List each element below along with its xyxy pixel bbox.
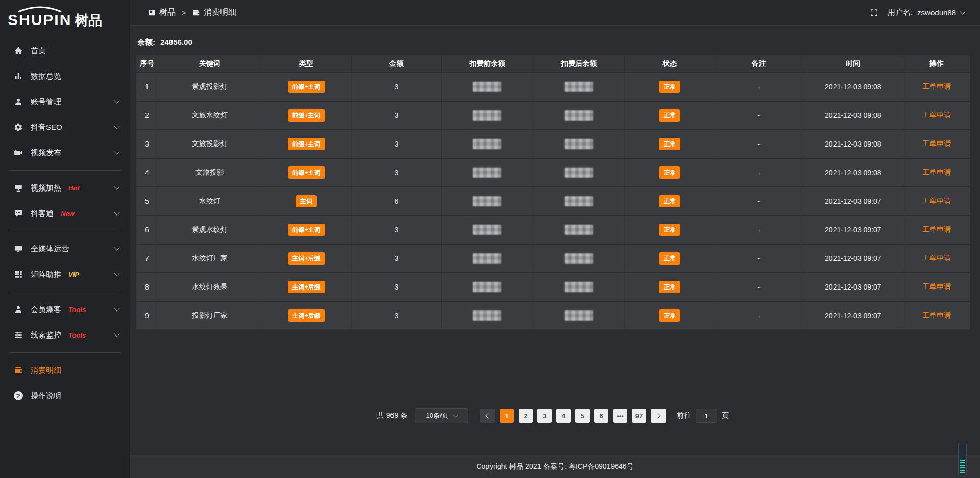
ticket-apply-link[interactable]: 工单申请 [922,111,951,119]
breadcrumb-root[interactable]: 树品 [159,7,176,18]
balance-before-cell [442,301,533,330]
status-badge: 正常 [659,281,680,293]
type-cell: 主词 [261,187,351,216]
sidebar-item-label: 会员爆客 [31,305,61,315]
table-row: 3 文旅投影灯 前缀+主词 3 正常 - 2021-12-03 09:08 工单… [136,130,970,158]
sidebar-item-data-overview[interactable]: 数据总览 [0,63,130,89]
next-page-button[interactable] [651,409,666,423]
prev-page-button[interactable] [480,409,495,423]
remark-cell: - [715,73,803,101]
brand-logo: SHUPIN树品 [0,4,130,34]
chevron-down-icon [114,270,119,276]
remark-cell: - [715,301,803,330]
page-size-value: 10条/页 [426,411,449,420]
ticket-apply-link[interactable]: 工单申请 [922,168,951,176]
col-status: 状态 [625,55,715,73]
hot-badge: Hot [68,184,80,192]
page-button[interactable]: 5 [575,409,590,423]
sidebar-item-all-media[interactable]: 全媒体运营 [0,236,130,261]
sidebar-item-matrix-boost[interactable]: 矩阵助推 VIP [0,261,130,287]
sidebar-item-lead-monitor[interactable]: 线索监控 Tools [0,322,130,348]
masked-value [473,139,501,149]
status-badge: 正常 [659,309,680,322]
action-cell: 工单申请 [903,130,970,158]
sidebar-item-doukertong[interactable]: 抖客通 New [0,201,130,226]
action-cell: 工单申请 [903,273,970,301]
time-cell: 2021-12-03 09:08 [803,101,903,130]
sidebar-item-label: 数据总览 [31,71,61,81]
status-cell: 正常 [625,130,715,158]
amount-cell: 3 [351,244,441,273]
page-button[interactable]: 1 [500,409,514,423]
goto-label: 前往 [677,411,691,420]
sidebar-item-home[interactable]: 首页 [0,38,130,63]
ticket-apply-link[interactable]: 工单申请 [922,82,951,90]
page-button[interactable]: 4 [556,409,571,423]
sidebar-item-label: 矩阵助推 [31,270,61,279]
sidebar-item-douyin-seo[interactable]: 抖音SEO [0,114,130,140]
page-button[interactable]: 6 [594,409,608,423]
ticket-apply-link[interactable]: 工单申请 [922,254,951,262]
masked-value [565,225,593,235]
table-row: 2 文旅水纹灯 前缀+主词 3 正常 - 2021-12-03 09:08 工单… [136,101,970,130]
pagination: 共 969 条 10条/页 1 2 3 4 5 6 ••• 97 前往 页 [136,408,970,423]
page-button[interactable]: 3 [537,409,552,423]
dashboard-icon [148,9,156,16]
status-cell: 正常 [625,101,715,130]
time-cell: 2021-12-03 09:07 [803,216,903,244]
index-cell: 5 [136,187,158,216]
user-dropdown[interactable]: 用户名: zswodun88 [888,8,965,17]
ticket-apply-link[interactable]: 工单申请 [922,197,951,205]
type-cell: 主词+后缀 [261,244,351,273]
status-badge: 正常 [659,138,680,150]
sidebar-item-label: 抖音SEO [31,123,62,132]
sidebar-item-account-management[interactable]: 账号管理 [0,89,130,114]
gear-icon [13,123,23,132]
ticket-apply-link[interactable]: 工单申请 [922,282,951,291]
sidebar-item-video-publish[interactable]: 视频发布 [0,140,130,165]
balance-after-cell [533,158,625,187]
time-cell: 2021-12-03 09:07 [803,244,903,273]
status-cell: 正常 [625,216,715,244]
goto-page-input[interactable] [696,409,717,423]
type-cell: 主词+后缀 [261,301,351,330]
action-cell: 工单申请 [903,216,970,244]
balance-after-cell [533,73,625,101]
more-pages-button[interactable]: ••• [613,409,627,423]
balance-label: 余额: [137,38,155,46]
sidebar-item-member-baoke[interactable]: 会员爆客 Tools [0,297,130,322]
type-cell: 主词+后缀 [261,273,351,301]
user-label: 用户名: [888,8,913,17]
sidebar-item-consume-detail[interactable]: 消费明细 [0,357,130,383]
brand-name-cn: 树品 [75,13,102,28]
vip-badge: VIP [68,271,79,278]
masked-value [473,282,501,292]
ticket-apply-link[interactable]: 工单申请 [922,225,951,233]
col-balance-after: 扣费后余额 [533,55,625,73]
ticket-apply-link[interactable]: 工单申请 [922,311,951,319]
floating-widget[interactable] [958,443,967,475]
amount-cell: 3 [351,216,441,244]
balance-row: 余额: 24856.00 [136,26,970,55]
table-row: 9 投影灯厂家 主词+后缀 3 正常 - 2021-12-03 09:07 工单… [136,301,970,330]
type-badge: 前缀+主词 [288,138,325,150]
sidebar-item-label: 视频加热 [31,183,61,193]
fullscreen-icon[interactable] [870,8,878,17]
topbar: 树品 > 消费明细 用户名: zswodun88 [130,0,980,26]
sidebar-item-video-heat[interactable]: 视频加热 Hot [0,175,130,201]
page-button[interactable]: 2 [519,409,533,423]
chat-bubble-icon [13,209,23,219]
balance-before-cell [442,158,533,187]
goto-suffix: 页 [722,411,729,420]
main-panel: 树品 > 消费明细 用户名: zswodun88 余额: 24856.00 [130,0,980,478]
action-cell: 工单申请 [903,301,970,330]
page-button[interactable]: 97 [632,409,646,423]
page-size-select[interactable]: 10条/页 [415,408,468,423]
ticket-apply-link[interactable]: 工单申请 [922,139,951,148]
new-badge: New [61,210,75,218]
sidebar-item-operation-guide[interactable]: 操作说明 [0,383,130,409]
masked-value [565,253,593,264]
status-badge: 正常 [659,224,680,236]
brand-name-en: SHUPIN [8,11,71,28]
keyword-cell: 水纹灯 [158,187,261,216]
